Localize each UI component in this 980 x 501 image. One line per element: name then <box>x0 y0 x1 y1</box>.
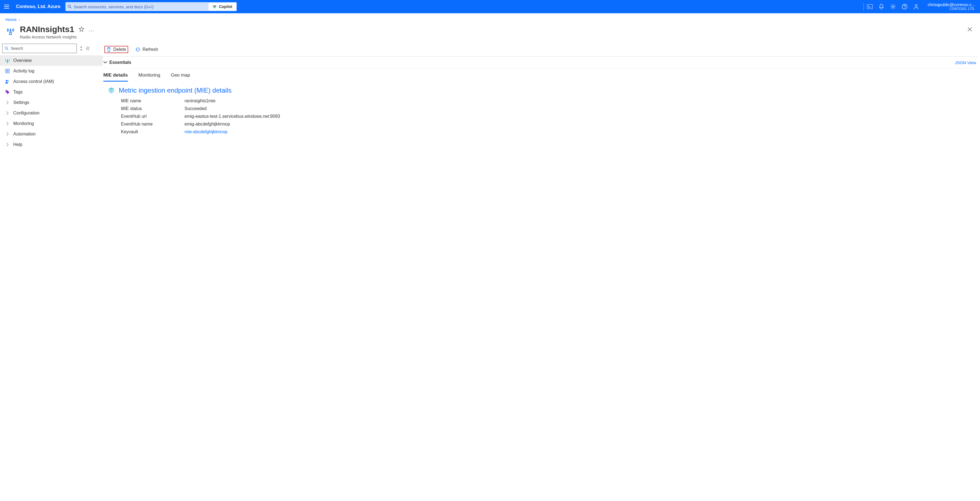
kv-value-link[interactable]: mie-abcdefghijklmnop <box>185 129 228 134</box>
sidebar-item-label: Tags <box>13 89 23 94</box>
sidebar-item-help[interactable]: Help <box>0 139 103 150</box>
svg-line-1 <box>70 7 71 8</box>
json-view-link[interactable]: JSON View <box>955 60 976 65</box>
sidebar-item-label: Configuration <box>13 111 40 116</box>
search-icon <box>5 46 9 50</box>
star-icon <box>79 27 84 32</box>
sidebar-sort-button[interactable] <box>80 46 83 51</box>
sidebar-item-overview[interactable]: Overview <box>0 55 103 66</box>
user-account-button[interactable]: chrisqpublic@contoso.c... CONTOSO, LTD. <box>922 2 978 11</box>
delete-button[interactable]: Delete <box>104 46 128 53</box>
cube-icon <box>108 87 115 94</box>
breadcrumb: Home › <box>0 13 980 24</box>
sidebar-item-access-control[interactable]: Access control (IAM) <box>0 76 103 87</box>
sidebar-item-label: Settings <box>13 100 29 105</box>
kv-value: emig-eastus-test-1.servicebus.windows.ne… <box>185 114 280 119</box>
mie-details-section: Metric ingestion endpoint (MIE) details … <box>103 81 978 136</box>
refresh-icon <box>135 47 140 52</box>
svg-point-2 <box>213 5 215 7</box>
tag-icon <box>5 89 10 94</box>
kv-key: Keyvault <box>121 129 185 134</box>
tab-geo-map[interactable]: Geo map <box>171 72 190 81</box>
sidebar-item-monitoring[interactable]: Monitoring <box>0 118 103 129</box>
copilot-button[interactable]: Copilot <box>208 3 236 11</box>
chevron-right-icon <box>5 111 10 115</box>
breadcrumb-home-link[interactable]: Home <box>6 17 17 22</box>
hamburger-icon <box>4 5 9 9</box>
feedback-icon <box>913 4 919 10</box>
close-icon <box>967 27 972 32</box>
svg-point-17 <box>6 80 8 81</box>
svg-point-8 <box>904 8 905 8</box>
sidebar: Search Overview Activity log <box>0 43 103 150</box>
essentials-toggle[interactable]: Essentials <box>103 60 131 65</box>
global-search-input[interactable]: Search resources, services, and docs (G+… <box>65 2 237 11</box>
sidebar-item-label: Help <box>13 142 22 147</box>
help-icon <box>902 4 907 10</box>
user-email: chrisqpublic@contoso.c... <box>928 2 975 7</box>
notifications-button[interactable] <box>879 4 884 10</box>
table-row: MIE name raninsights1mie <box>121 97 978 105</box>
trash-icon <box>107 47 111 52</box>
refresh-label: Refresh <box>143 47 158 52</box>
page-header: RANInsights1 … Radio Access Network Insi… <box>0 24 980 43</box>
kv-value: Succeeded <box>185 106 207 111</box>
table-row: MIE status Succeeded <box>121 105 978 113</box>
more-actions-button[interactable]: … <box>89 26 94 33</box>
sidebar-search-placeholder: Search <box>11 46 23 51</box>
tab-monitoring[interactable]: Monitoring <box>138 72 160 81</box>
sidebar-item-tags[interactable]: Tags <box>0 87 103 97</box>
kv-value: emig-abcdefghijklmnop <box>185 122 230 127</box>
cloud-shell-button[interactable] <box>867 4 873 10</box>
chevron-down-icon <box>103 61 107 64</box>
svg-point-19 <box>6 91 6 91</box>
chevron-double-left-icon <box>86 46 90 50</box>
cloud-shell-icon <box>867 5 873 9</box>
kv-key: EventHub url <box>121 114 185 119</box>
svg-line-12 <box>7 49 8 50</box>
bell-icon <box>879 4 884 10</box>
tab-mie-details[interactable]: MIE details <box>103 72 128 81</box>
sidebar-item-automation[interactable]: Automation <box>0 129 103 139</box>
feedback-button[interactable] <box>913 4 919 10</box>
help-button[interactable] <box>902 4 907 10</box>
ellipsis-icon: … <box>89 26 94 32</box>
close-blade-button[interactable] <box>965 25 974 34</box>
hamburger-menu-button[interactable] <box>2 5 11 9</box>
sidebar-item-label: Monitoring <box>13 121 34 126</box>
svg-rect-5 <box>867 5 872 9</box>
svg-point-11 <box>5 47 8 49</box>
chevron-right-icon <box>5 101 10 105</box>
topbar-icon-group <box>867 4 919 10</box>
brand-label[interactable]: Contoso, Ltd. Azure <box>14 4 62 10</box>
settings-button[interactable] <box>890 4 896 10</box>
svg-point-6 <box>892 6 894 8</box>
chevron-right-icon <box>5 122 10 126</box>
copilot-label: Copilot <box>219 5 232 9</box>
table-row: EventHub name emig-abcdefghijklmnop <box>121 120 978 128</box>
tab-strip: MIE details Monitoring Geo map <box>103 69 978 81</box>
favorite-button[interactable] <box>79 27 84 32</box>
svg-point-9 <box>915 5 917 6</box>
log-icon <box>5 69 10 73</box>
sidebar-collapse-button[interactable] <box>86 46 90 50</box>
sidebar-item-activity-log[interactable]: Activity log <box>0 66 103 76</box>
chevron-right-icon <box>5 143 10 147</box>
sidebar-item-label: Access control (IAM) <box>13 79 54 84</box>
sidebar-item-configuration[interactable]: Configuration <box>0 108 103 118</box>
user-tenant: CONTOSO, LTD. <box>928 7 975 11</box>
sidebar-search-input[interactable]: Search <box>2 44 77 53</box>
kv-key: EventHub name <box>121 122 185 127</box>
chevron-right-icon <box>5 132 10 136</box>
gear-icon <box>890 4 896 10</box>
refresh-button[interactable]: Refresh <box>133 45 160 54</box>
main-pane: Delete Refresh Essentials JSON View MIE … <box>103 43 980 150</box>
essentials-label: Essentials <box>110 60 131 65</box>
kv-key: MIE status <box>121 106 185 111</box>
sidebar-item-settings[interactable]: Settings <box>0 97 103 108</box>
table-row: EventHub url emig-eastus-test-1.serviceb… <box>121 113 978 120</box>
svg-point-3 <box>215 5 216 7</box>
delete-label: Delete <box>113 47 126 52</box>
tower-icon <box>5 58 10 63</box>
command-bar: Delete Refresh <box>103 43 978 57</box>
